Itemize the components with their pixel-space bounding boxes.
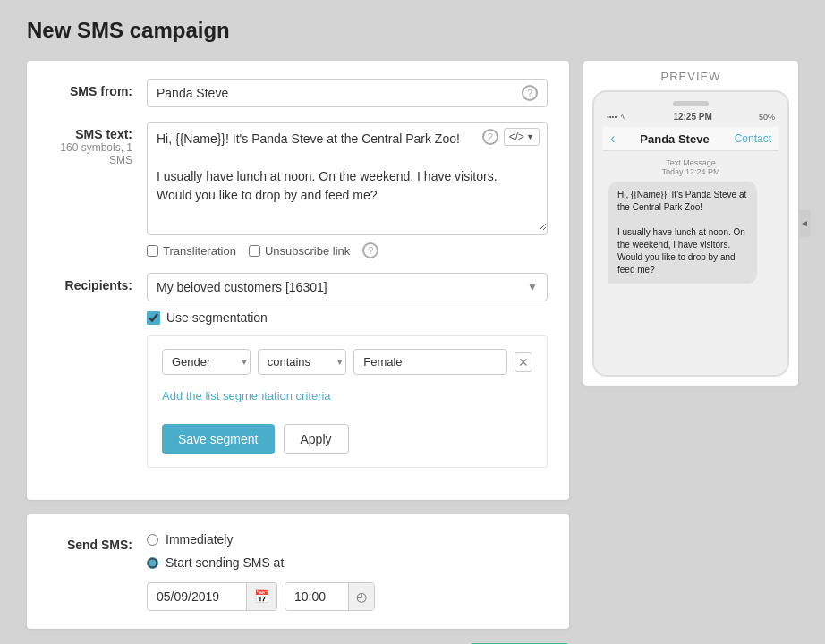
sms-from-field: ?	[147, 79, 548, 107]
form-card: SMS from: ? SMS text: 160 symbols, 1 SMS	[27, 61, 569, 500]
segmentation-row: Gender Age City ▼ contains	[162, 349, 532, 375]
sms-from-row: SMS from: ?	[48, 79, 548, 107]
send-sms-label: Send SMS:	[48, 532, 147, 552]
textarea-toolbar: ? </> ▼	[482, 128, 540, 146]
phone-back-icon: ‹	[610, 131, 615, 147]
start-sending-radio[interactable]	[147, 557, 158, 569]
phone-header: ‹ Panda Steve Contact	[603, 127, 778, 151]
sms-from-label: SMS from:	[48, 79, 147, 98]
preview-toggle-button[interactable]: ◄	[798, 210, 811, 237]
add-criteria-link[interactable]: Add the list segmentation criteria	[162, 389, 331, 402]
calendar-icon: 📅	[254, 589, 269, 604]
wifi-icon: ∿	[620, 113, 626, 121]
clock-icon-button[interactable]: ◴	[348, 583, 374, 610]
preview-label: PREVIEW	[592, 70, 789, 83]
page-container: New SMS campaign SMS from: ?	[0, 0, 825, 644]
message-bubble: Hi, {{Name}}! It's Panda Steve at the Ce…	[608, 182, 757, 284]
calendar-icon-button[interactable]: 📅	[246, 583, 276, 610]
right-panel: PREVIEW ◄ •••• ∿ 12:25 PM 50%	[583, 61, 798, 386]
transliteration-checkbox[interactable]	[147, 245, 158, 257]
page-title: New SMS campaign	[27, 18, 798, 43]
phone-battery: 50%	[759, 113, 775, 122]
time-input[interactable]	[285, 583, 348, 610]
send-sms-card: Send SMS: Immediately Start sending SMS …	[27, 514, 569, 629]
sms-text-row: SMS text: 160 symbols, 1 SMS ? </> ▼	[48, 122, 548, 258]
unsubscribe-help-icon[interactable]: ?	[362, 242, 378, 258]
recipients-select[interactable]: My beloved customers [16301]	[148, 274, 527, 301]
recipients-label: Recipients:	[48, 273, 147, 292]
seg-field-select-wrapper: Gender Age City ▼	[162, 349, 251, 375]
seg-field-arrow-icon: ▼	[240, 357, 249, 367]
date-input[interactable]	[148, 583, 246, 610]
seg-operator-select[interactable]: contains equals not contains	[268, 355, 330, 369]
sms-text-help-icon[interactable]: ?	[482, 129, 498, 145]
use-segmentation-checkbox[interactable]	[147, 311, 160, 325]
send-options: Immediately Start sending SMS at	[147, 532, 548, 611]
segmentation-block: Gender Age City ▼ contains	[147, 335, 548, 468]
unsubscribe-checkbox[interactable]	[249, 245, 260, 257]
recipients-row: Recipients: My beloved customers [16301]…	[48, 273, 548, 468]
seg-value-input[interactable]	[353, 349, 507, 375]
save-segment-button[interactable]: Save segment	[162, 424, 275, 454]
message-meta: Text Message Today 12:24 PM	[608, 158, 773, 176]
seg-operator-select-wrapper: contains equals not contains ▼	[258, 349, 347, 375]
collapse-arrow-icon: ◄	[800, 218, 809, 228]
segmentation-buttons-row: Save segment Apply	[162, 424, 532, 454]
phone-frame: •••• ∿ 12:25 PM 50% ‹ Panda Steve Contac…	[592, 90, 789, 377]
phone-signal: •••• ∿	[607, 113, 626, 121]
transliteration-checkbox-label[interactable]: Transliteration	[147, 244, 236, 258]
recipients-select-arrow-icon: ▼	[527, 281, 547, 293]
phone-contact-button: Contact	[735, 132, 771, 145]
time-input-wrapper: ◴	[285, 582, 375, 611]
main-layout: SMS from: ? SMS text: 160 symbols, 1 SMS	[27, 61, 798, 644]
seg-remove-button[interactable]: ✕	[515, 352, 532, 372]
datetime-row: 📅 ◴	[147, 582, 548, 611]
use-segmentation-label[interactable]: Use segmentation	[147, 310, 548, 325]
recipients-field: My beloved customers [16301] ▼ Use segme…	[147, 273, 548, 468]
unsubscribe-checkbox-label[interactable]: Unsubscribe link	[249, 244, 350, 258]
phone-notch	[673, 101, 709, 106]
start-sending-option[interactable]: Start sending SMS at	[147, 555, 548, 570]
date-input-wrapper: 📅	[147, 582, 277, 611]
sms-from-help-icon[interactable]: ?	[522, 85, 538, 101]
sms-from-input-wrapper: ?	[147, 79, 548, 107]
send-sms-row: Send SMS: Immediately Start sending SMS …	[48, 532, 548, 611]
clock-icon: ◴	[356, 589, 367, 604]
phone-status-bar: •••• ∿ 12:25 PM 50%	[603, 112, 778, 122]
immediately-option[interactable]: Immediately	[147, 532, 548, 547]
phone-contact-name: Panda Steve	[640, 132, 709, 146]
left-panel: SMS from: ? SMS text: 160 symbols, 1 SMS	[27, 61, 569, 644]
preview-card: PREVIEW ◄ •••• ∿ 12:25 PM 50%	[583, 61, 798, 386]
send-sms-field: Immediately Start sending SMS at	[147, 532, 548, 611]
sms-text-field: ? </> ▼ Hi, {{Name}}! It's Panda Steve a…	[147, 122, 548, 258]
recipients-select-wrapper: My beloved customers [16301] ▼	[147, 273, 548, 301]
apply-button[interactable]: Apply	[284, 424, 349, 454]
phone-time: 12:25 PM	[673, 112, 711, 122]
sms-text-label: SMS text: 160 symbols, 1 SMS	[48, 122, 147, 166]
signal-dots: ••••	[607, 113, 617, 121]
phone-message-area: Text Message Today 12:24 PM Hi, {{Name}}…	[603, 151, 778, 291]
sms-from-input[interactable]	[157, 80, 522, 106]
sms-text-code-icon[interactable]: </> ▼	[504, 128, 540, 146]
immediately-radio[interactable]	[147, 534, 158, 546]
seg-operator-arrow-icon: ▼	[336, 357, 344, 367]
sms-text-wrapper: ? </> ▼ Hi, {{Name}}! It's Panda Steve a…	[147, 122, 548, 235]
sms-text-options-row: Transliteration Unsubscribe link ?	[147, 242, 548, 258]
seg-field-select[interactable]: Gender Age City	[172, 355, 234, 369]
